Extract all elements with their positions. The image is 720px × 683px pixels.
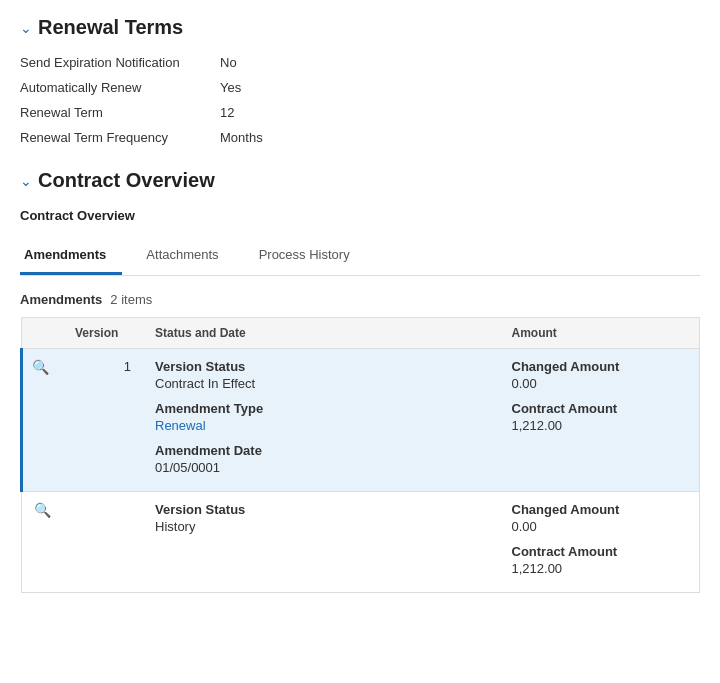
- status-label-2: Version Status: [155, 502, 488, 517]
- field-row-renewal-freq: Renewal Term Frequency Months: [20, 130, 700, 145]
- status-value-2: History: [155, 519, 488, 534]
- chevron-down-icon[interactable]: ⌄: [20, 20, 32, 36]
- col-header-status: Status and Date: [143, 318, 500, 349]
- status-label: Version Status: [155, 359, 488, 374]
- field-value-auto-renew: Yes: [220, 80, 241, 95]
- col-header-amount: Amount: [500, 318, 700, 349]
- renewal-terms-title: Renewal Terms: [38, 16, 183, 39]
- field-label-auto-renew: Automatically Renew: [20, 80, 220, 95]
- contract-amount-label: Contract Amount: [512, 401, 688, 416]
- contract-overview-header: ⌄ Contract Overview: [20, 169, 700, 192]
- contract-amount-value: 1,212.00: [512, 418, 688, 433]
- chevron-down-icon-2[interactable]: ⌄: [20, 173, 32, 189]
- renewal-link[interactable]: Renewal: [155, 418, 206, 433]
- col-header-icon: [22, 318, 64, 349]
- contract-amount-label-2: Contract Amount: [512, 544, 688, 559]
- renewal-terms-fields: Send Expiration Notification No Automati…: [20, 55, 700, 145]
- amendments-header: Amendments 2 items: [20, 292, 700, 307]
- renewal-terms-header: ⌄ Renewal Terms: [20, 16, 700, 39]
- amendment-type-label: Amendment Type: [155, 401, 488, 416]
- field-value-renewal-term: 12: [220, 105, 234, 120]
- search-icon[interactable]: 🔍: [32, 359, 49, 375]
- row-icon-cell: 🔍: [22, 349, 64, 492]
- field-label-renewal-term: Renewal Term: [20, 105, 220, 120]
- table-row: 🔍 Version Status History Changed Amount …: [22, 492, 700, 593]
- amendments-count: 2 items: [110, 292, 152, 307]
- tab-attachments[interactable]: Attachments: [142, 239, 234, 275]
- field-value-renewal-freq: Months: [220, 130, 263, 145]
- row-amount-cell: Changed Amount 0.00 Contract Amount 1,21…: [500, 349, 700, 492]
- row-status-cell-2: Version Status History: [143, 492, 500, 593]
- tab-amendments[interactable]: Amendments: [20, 239, 122, 275]
- changed-amount-label-2: Changed Amount: [512, 502, 688, 517]
- amendment-date-label: Amendment Date: [155, 443, 488, 458]
- table-header-row: Version Status and Date Amount: [22, 318, 700, 349]
- row-icon-cell-2: 🔍: [22, 492, 64, 593]
- contract-overview-sublabel: Contract Overview: [20, 208, 700, 223]
- row-status-cell: Version Status Contract In Effect Amendm…: [143, 349, 500, 492]
- row-version-cell-2: [63, 492, 143, 593]
- amendment-date-value: 01/05/0001: [155, 460, 488, 475]
- tab-process-history[interactable]: Process History: [255, 239, 366, 275]
- field-row-auto-renew: Automatically Renew Yes: [20, 80, 700, 95]
- field-label-expiration: Send Expiration Notification: [20, 55, 220, 70]
- field-value-expiration: No: [220, 55, 237, 70]
- amendments-table: Version Status and Date Amount 🔍 1 Versi…: [20, 317, 700, 593]
- field-row-renewal-term: Renewal Term 12: [20, 105, 700, 120]
- search-icon-2[interactable]: 🔍: [34, 502, 51, 518]
- changed-amount-label: Changed Amount: [512, 359, 688, 374]
- amendment-type-value: Renewal: [155, 418, 488, 433]
- field-row-expiration: Send Expiration Notification No: [20, 55, 700, 70]
- col-header-version: Version: [63, 318, 143, 349]
- table-row: 🔍 1 Version Status Contract In Effect Am…: [22, 349, 700, 492]
- row-amount-cell-2: Changed Amount 0.00 Contract Amount 1,21…: [500, 492, 700, 593]
- status-value: Contract In Effect: [155, 376, 488, 391]
- contract-amount-value-2: 1,212.00: [512, 561, 688, 576]
- field-label-renewal-freq: Renewal Term Frequency: [20, 130, 220, 145]
- changed-amount-value-2: 0.00: [512, 519, 688, 534]
- changed-amount-value: 0.00: [512, 376, 688, 391]
- contract-overview-title: Contract Overview: [38, 169, 215, 192]
- tabs-container: Amendments Attachments Process History: [20, 239, 700, 276]
- amendments-title: Amendments: [20, 292, 102, 307]
- row-version-cell: 1: [63, 349, 143, 492]
